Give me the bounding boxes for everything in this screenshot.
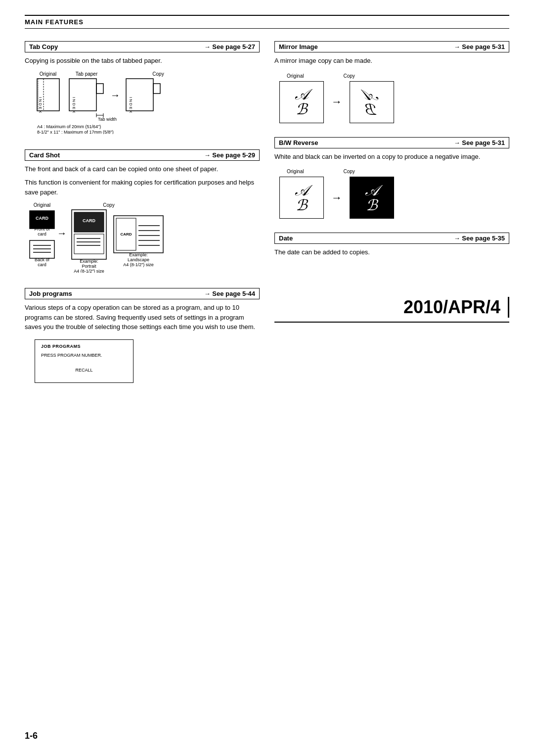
date-title: Date bbox=[279, 235, 293, 242]
svg-text:card: card bbox=[38, 232, 46, 236]
svg-text:Example:: Example: bbox=[80, 259, 98, 264]
date-section: Date → See page 5-35 The date can be add… bbox=[274, 233, 509, 323]
svg-text:CARD: CARD bbox=[36, 216, 48, 221]
tab-copy-title-bar: Tab Copy → See page 5-27 bbox=[25, 41, 260, 52]
mirror-image-see-page: → See page 5-31 bbox=[454, 43, 505, 50]
bw-reverse-see-page: → See page 5-31 bbox=[454, 139, 505, 146]
svg-text:A4 : Maximum of 20mm (51/64"): A4 : Maximum of 20mm (51/64") bbox=[37, 124, 101, 129]
svg-text:Original: Original bbox=[34, 202, 50, 208]
bw-copy-a: 𝒜 bbox=[365, 183, 378, 198]
card-shot-desc2: This function is convenient for making c… bbox=[25, 178, 260, 197]
tab-copy-diagram: Original Tab paper Copy INDEX bbox=[27, 70, 260, 136]
bw-copy-box: 𝒜 ℬ bbox=[350, 177, 394, 219]
svg-text:Back of: Back of bbox=[35, 257, 50, 262]
mirror-arrow: → bbox=[331, 95, 342, 108]
tab-copy-title: Tab Copy bbox=[29, 43, 58, 50]
card-shot-desc1: The front and back of a card can be copi… bbox=[25, 164, 260, 174]
svg-text:INDEX: INDEX bbox=[72, 97, 76, 114]
job-programs-diagram: JOB PROGRAMS PRESS PROGRAM NUMBER. RECAL… bbox=[35, 339, 134, 383]
bw-diagram: Original Copy 𝒜 ℬ → 𝒜 ℬ bbox=[279, 169, 509, 219]
svg-text:8-1/2" x 11" : Maximum of 17mm: 8-1/2" x 11" : Maximum of 17mm (5/8") bbox=[37, 130, 114, 134]
tab-copy-see-page: → See page 5-27 bbox=[204, 43, 255, 50]
svg-text:Copy: Copy bbox=[103, 202, 114, 208]
tab-copy-section: Tab Copy → See page 5-27 Copying is poss… bbox=[25, 41, 260, 136]
date-title-bar: Date → See page 5-35 bbox=[274, 233, 509, 244]
svg-text:Tab paper: Tab paper bbox=[76, 71, 98, 77]
bw-orig-a: 𝒜 bbox=[295, 183, 308, 198]
svg-text:Portrait: Portrait bbox=[82, 264, 96, 269]
date-divider bbox=[274, 322, 509, 323]
svg-text:Example:: Example: bbox=[129, 252, 148, 257]
mirror-copy-label: Copy bbox=[343, 73, 355, 79]
page-number: 1-6 bbox=[25, 731, 38, 741]
svg-text:CARD: CARD bbox=[83, 218, 95, 223]
job-programs-title: Job programs bbox=[29, 290, 72, 297]
svg-text:Copy: Copy bbox=[152, 71, 164, 77]
card-shot-section: Card Shot → See page 5-29 The front and … bbox=[25, 149, 260, 275]
job-programs-title-bar: Job programs → See page 5-44 bbox=[25, 288, 260, 299]
date-see-page: → See page 5-35 bbox=[454, 235, 505, 242]
card-shot-svg: Original Copy CARD Front of card bbox=[27, 201, 215, 273]
jp-title: JOB PROGRAMS bbox=[41, 344, 127, 349]
svg-text:INDEX: INDEX bbox=[38, 97, 43, 114]
svg-text:→: → bbox=[110, 90, 120, 100]
card-shot-see-page: → See page 5-29 bbox=[204, 151, 255, 159]
card-shot-title-bar: Card Shot → See page 5-29 bbox=[25, 149, 260, 161]
svg-text:Tab width: Tab width bbox=[98, 117, 117, 122]
svg-rect-12 bbox=[153, 84, 160, 94]
bw-arrow: → bbox=[331, 191, 342, 204]
date-stamp-value: 2010/APR/4 bbox=[403, 297, 500, 317]
bw-reverse-section: B/W Reverse → See page 5-31 White and bl… bbox=[274, 137, 509, 219]
svg-text:Front of: Front of bbox=[34, 227, 50, 232]
bw-reverse-desc: White and black can be inverted on a cop… bbox=[274, 152, 509, 162]
svg-rect-36 bbox=[74, 234, 104, 254]
bw-copy-label: Copy bbox=[343, 169, 355, 174]
card-shot-title: Card Shot bbox=[29, 151, 60, 159]
mirror-image-title: Mirror Image bbox=[279, 43, 318, 50]
mirror-image-title-bar: Mirror Image → See page 5-31 bbox=[274, 41, 509, 52]
svg-text:CARD: CARD bbox=[120, 232, 132, 236]
svg-text:INDEX: INDEX bbox=[129, 97, 133, 114]
job-programs-see-page: → See page 5-44 bbox=[204, 290, 255, 297]
mirror-diagram: Original Copy 𝒜 ℬ → 𝒜 ℬ bbox=[279, 73, 509, 123]
mirror-orig-a: 𝒜 bbox=[295, 87, 308, 102]
card-shot-diagram: Original Copy CARD Front of card bbox=[27, 201, 260, 274]
bw-reverse-title-bar: B/W Reverse → See page 5-31 bbox=[274, 137, 509, 148]
mirror-copy-a: 𝒜 bbox=[365, 87, 378, 102]
tab-copy-desc: Copying is possible on the tabs of tabbe… bbox=[25, 56, 260, 66]
bw-orig-box: 𝒜 ℬ bbox=[279, 177, 324, 219]
mirror-copy-b: ℬ bbox=[366, 102, 378, 117]
mirror-copy-box: 𝒜 ℬ bbox=[350, 81, 394, 123]
svg-text:A4 (8-1/2") size: A4 (8-1/2") size bbox=[74, 269, 104, 273]
svg-rect-8 bbox=[96, 84, 103, 94]
mirror-orig-box: 𝒜 ℬ bbox=[279, 81, 324, 123]
tab-copy-svg: Original Tab paper Copy INDEX bbox=[27, 70, 190, 134]
bw-reverse-title: B/W Reverse bbox=[279, 139, 318, 146]
mirror-orig-b: ℬ bbox=[296, 102, 308, 117]
svg-text:Landscape: Landscape bbox=[128, 257, 149, 262]
jp-recall: RECALL bbox=[41, 368, 127, 373]
job-programs-desc: Various steps of a copy operation can be… bbox=[25, 303, 260, 332]
svg-text:→: → bbox=[57, 228, 67, 238]
svg-text:Original: Original bbox=[40, 71, 56, 77]
svg-text:A4 (8-1/2") size: A4 (8-1/2") size bbox=[123, 262, 154, 267]
mirror-image-section: Mirror Image → See page 5-31 A mirror im… bbox=[274, 41, 509, 123]
main-features-title: MAIN FEATURES bbox=[25, 18, 84, 26]
mirror-orig-label: Original bbox=[287, 73, 304, 79]
mirror-image-desc: A mirror image copy can be made. bbox=[274, 56, 509, 66]
bw-orig-label: Original bbox=[287, 169, 304, 174]
date-desc: The date can be added to copies. bbox=[274, 247, 509, 257]
svg-rect-26 bbox=[30, 240, 54, 258]
main-features-header: MAIN FEATURES bbox=[25, 15, 509, 29]
jp-press: PRESS PROGRAM NUMBER. bbox=[41, 353, 127, 358]
bw-copy-b: ℬ bbox=[366, 198, 378, 213]
svg-text:card: card bbox=[38, 262, 46, 267]
bw-orig-b: ℬ bbox=[296, 198, 308, 213]
job-programs-section: Job programs → See page 5-44 Various ste… bbox=[25, 288, 260, 383]
date-stamp-container: 2010/APR/4 bbox=[274, 297, 509, 318]
